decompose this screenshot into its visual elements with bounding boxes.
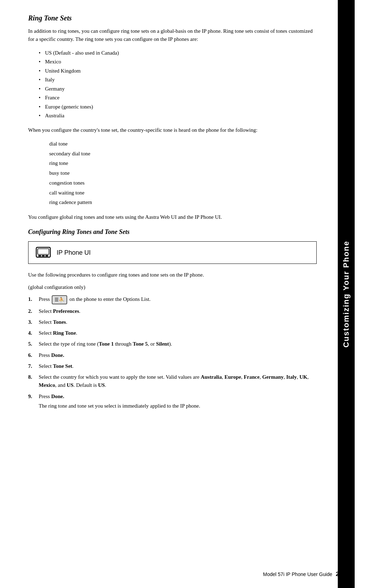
- svg-rect-4: [45, 255, 48, 256]
- step-2-bold: Preferences: [53, 308, 79, 314]
- ip-phone-ui-label: IP Phone UI: [57, 249, 91, 256]
- step-7-text: Select Tone Set.: [39, 363, 74, 369]
- step-8-bold-uk: UK: [299, 374, 308, 380]
- step-5-bold3: Silent: [156, 341, 169, 347]
- step-2-num: 2.: [28, 307, 32, 315]
- page-container: Ring Tone Sets In addition to ring tones…: [0, 0, 380, 588]
- list-item: Mexico: [39, 57, 317, 67]
- step-6: 6. Press Done.: [28, 351, 317, 359]
- step-9-num: 9.: [28, 392, 32, 401]
- step-8: 8. Select the country for which you want…: [28, 373, 317, 390]
- footer-model-text: Model 57i IP Phone User Guide: [263, 571, 332, 577]
- step-1-text: Press ☰⛹ on the phone to enter the Optio…: [39, 296, 151, 302]
- step-5-num: 5.: [28, 340, 32, 348]
- ring-tone-sets-intro: In addition to ring tones, you can confi…: [28, 27, 317, 44]
- step-6-num: 6.: [28, 351, 32, 359]
- step-8-bold-europe: Europe: [224, 374, 241, 380]
- ring-tone-sets-list: US (Default - also used in Canada) Mexic…: [39, 49, 317, 120]
- tone-items-list: dial tone secondary dial tone ring tone …: [49, 139, 317, 208]
- sidebar-tab-text: Customizing Your Phone: [342, 241, 351, 348]
- tone-item: dial tone: [49, 139, 317, 149]
- step-9: 9. Press Done.: [28, 392, 317, 401]
- list-item: Australia: [39, 111, 317, 120]
- svg-rect-1: [38, 249, 49, 254]
- step-8-bold-default-us: US: [98, 382, 105, 388]
- main-content: Ring Tone Sets In addition to ring tones…: [0, 0, 338, 588]
- step-8-bold-us: US: [67, 382, 74, 388]
- step-3-num: 3.: [28, 318, 32, 326]
- step-4-bold: Ring Tone: [53, 330, 76, 336]
- step-5-bold1: Tone 1: [99, 341, 114, 347]
- tone-item: ring tone: [49, 159, 317, 168]
- step-4: 4. Select Ring Tone.: [28, 329, 317, 337]
- step-6-bold: Done.: [51, 352, 64, 358]
- step-9-bold: Done.: [51, 394, 64, 399]
- page-footer: Model 57i IP Phone User Guide 27: [0, 571, 363, 577]
- step-7: 7. Select Tone Set.: [28, 362, 317, 370]
- step-5-bold2: Tone 5: [133, 341, 147, 347]
- options-button-icon: ☰⛹: [52, 295, 67, 304]
- tone-item: secondary dial tone: [49, 149, 317, 159]
- sidebar-tab: Customizing Your Phone: [338, 0, 355, 588]
- step-2: 2. Select Preferences.: [28, 307, 317, 315]
- tone-item: ring cadence pattern: [49, 198, 317, 208]
- step-3: 3. Select Tones.: [28, 318, 317, 326]
- tone-description: When you configure the country's tone se…: [28, 126, 317, 134]
- svg-rect-3: [42, 255, 45, 256]
- step-8-bold-france: France: [244, 374, 260, 380]
- step-9-text: Press Done.: [39, 394, 64, 399]
- svg-rect-2: [38, 255, 41, 256]
- step-8-bold-aus: Australia: [201, 374, 222, 380]
- step-8-text: Select the country for which you want to…: [39, 374, 309, 388]
- step-8-bold-germany: Germany: [262, 374, 284, 380]
- step-5: 5. Select the type of ring tone (Tone 1 …: [28, 340, 317, 348]
- step-3-text: Select Tones.: [39, 319, 67, 325]
- ip-phone-ui-box: IP Phone UI: [28, 241, 317, 264]
- list-item: United Kingdom: [39, 67, 317, 76]
- step-1: 1. Press ☰⛹ on the phone to enter the Op…: [28, 295, 317, 304]
- tone-item: busy tone: [49, 168, 317, 178]
- step-3-bold: Tones: [53, 319, 66, 325]
- step-1-num: 1.: [28, 295, 32, 303]
- configuring-ring-tones-title: Configuring Ring Tones and Tone Sets: [28, 228, 317, 236]
- step-7-bold: Tone Set: [53, 363, 72, 369]
- step-5-text: Select the type of ring tone (Tone 1 thr…: [39, 341, 172, 347]
- ring-tone-sets-title: Ring Tone Sets: [28, 14, 317, 22]
- step-8-bold-italy: Italy: [286, 374, 297, 380]
- global-config-note: (global configuration only): [28, 284, 317, 290]
- list-item: US (Default - also used in Canada): [39, 49, 317, 58]
- list-item: France: [39, 93, 317, 103]
- list-item: Germany: [39, 85, 317, 94]
- list-item: Europe (generic tones): [39, 103, 317, 112]
- steps-list: 1. Press ☰⛹ on the phone to enter the Op…: [28, 295, 317, 401]
- ring-tone-closing: You configure global ring tones and tone…: [28, 213, 317, 221]
- step-9-subtext: The ring tone and tone set you select is…: [28, 402, 317, 410]
- configuring-intro: Use the following procedures to configur…: [28, 271, 317, 279]
- step-4-text: Select Ring Tone.: [39, 330, 77, 336]
- step-6-text: Press Done.: [39, 352, 64, 358]
- tone-item: congestion tones: [49, 178, 317, 188]
- list-item: Italy: [39, 75, 317, 85]
- step-8-bold-mexico: Mexico: [39, 382, 55, 388]
- step-4-num: 4.: [28, 329, 32, 337]
- step-8-num: 8.: [28, 373, 32, 381]
- step-7-num: 7.: [28, 362, 32, 370]
- step-2-text: Select Preferences.: [39, 308, 81, 314]
- phone-icon: [36, 246, 51, 259]
- tone-item: call waiting tone: [49, 188, 317, 198]
